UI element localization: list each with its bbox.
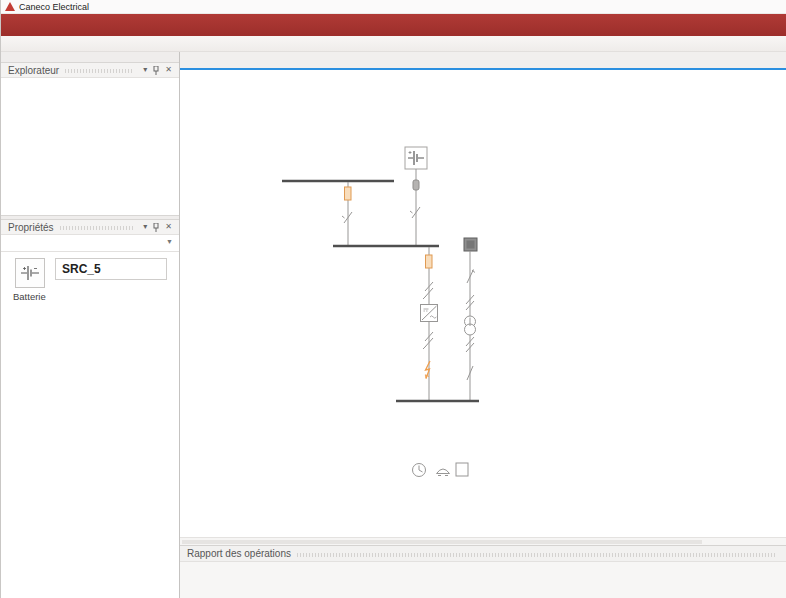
battery-source-symbol[interactable] (405, 147, 427, 169)
single-line-diagram[interactable] (180, 70, 786, 537)
panel-header-dots (297, 553, 777, 557)
left-dock: Explorateur ▾ ✕ Propriétés ▾ ✕ ▼ (1, 52, 180, 598)
pin-icon[interactable] (150, 66, 162, 75)
component-type-label: Batterie (1, 290, 179, 305)
explorer-panel-title: Explorateur (8, 65, 59, 76)
explorer-panel-header[interactable]: Explorateur ▾ ✕ (1, 63, 179, 78)
caneco-electrical-window: Caneco Electrical Explorateur ▾ ✕ Propri… (0, 0, 786, 598)
report-panel-header[interactable]: Rapport des opérations (180, 546, 786, 562)
luminaire-symbol (437, 469, 450, 474)
dc-link-circuit[interactable] (342, 182, 352, 246)
battery-feeder[interactable] (410, 169, 420, 245)
menu-bar (1, 14, 786, 36)
loads[interactable] (413, 463, 469, 477)
panel-menu-icon[interactable]: ▾ (140, 63, 150, 77)
properties-panel: Propriétés ▾ ✕ ▼ (1, 219, 179, 598)
component-name-input[interactable]: SRC_5 (55, 258, 167, 280)
schematic-canvas[interactable] (180, 70, 786, 537)
transformer-circuit[interactable] (464, 238, 477, 401)
scrollbar-thumb[interactable] (182, 540, 702, 544)
explorer-panel: Explorateur ▾ ✕ (1, 62, 179, 216)
fuse-symbol (345, 187, 352, 200)
horizontal-scrollbar[interactable] (180, 537, 786, 545)
battery-icon (15, 258, 45, 288)
component-header: SRC_5 (1, 252, 179, 290)
panel-menu-icon[interactable]: ▾ (140, 220, 150, 234)
report-panel-body (180, 562, 786, 598)
title-bar: Caneco Electrical (1, 0, 786, 14)
inverter-circuit[interactable] (421, 247, 438, 400)
window-title: Caneco Electrical (19, 2, 89, 12)
properties-panel-title: Propriétés (8, 222, 54, 233)
box-load-symbol (456, 463, 468, 476)
close-icon[interactable]: ✕ (162, 63, 175, 77)
properties-tab-bar: ▼ (1, 235, 179, 252)
panel-header-dots (60, 226, 135, 230)
properties-panel-header[interactable]: Propriétés ▾ ✕ (1, 220, 179, 235)
explorer-list (1, 78, 179, 215)
report-panel: Rapport des opérations (180, 545, 786, 598)
close-icon[interactable]: ✕ (162, 220, 175, 234)
caneco-logo-icon (5, 2, 15, 11)
report-panel-title: Rapport des opérations (187, 548, 291, 559)
fuse-symbol (426, 255, 433, 268)
chevron-down-icon[interactable]: ▼ (166, 238, 173, 245)
toolbar (1, 36, 786, 52)
document-tab-bar (180, 52, 786, 70)
pin-icon[interactable] (150, 223, 162, 232)
panel-header-dots (65, 69, 134, 73)
